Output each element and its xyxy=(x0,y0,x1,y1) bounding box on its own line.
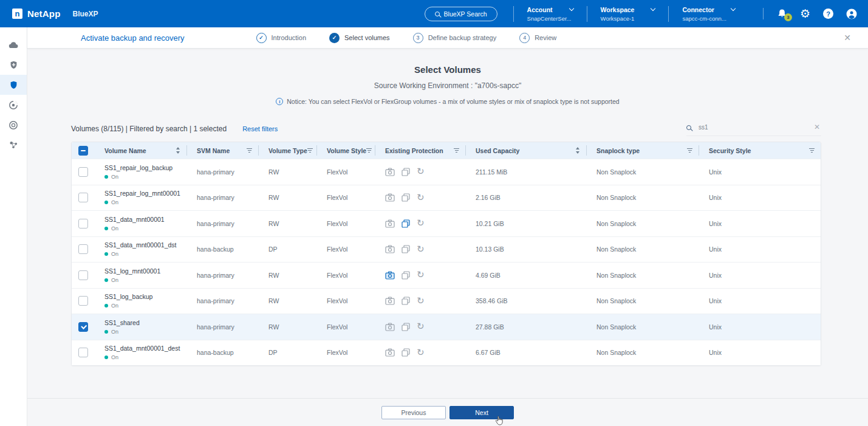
cell-volume-name: SS1_shared On xyxy=(95,319,187,335)
snapshot-camera-icon xyxy=(385,168,395,176)
snapshot-camera-icon xyxy=(385,193,395,202)
clear-search-icon[interactable]: ✕ xyxy=(813,123,821,131)
cell-volume-type: DP xyxy=(259,349,317,356)
cell-existing-protection: ↻ xyxy=(375,297,466,306)
notifications-bell-icon[interactable]: 3 xyxy=(777,9,787,19)
sort-icon[interactable] xyxy=(176,147,180,154)
column-header[interactable]: Volume Style xyxy=(317,145,375,156)
product-name: BlueXP xyxy=(73,10,98,18)
status-dot-icon xyxy=(104,356,108,359)
column-header[interactable]: Existing Protection xyxy=(375,145,466,156)
wizard-step[interactable]: ✓ Select volumes xyxy=(329,33,390,43)
table-row[interactable]: SS1_log_backup On hana-primary RW FlexVo… xyxy=(72,288,821,314)
row-checkbox[interactable] xyxy=(78,244,88,254)
column-header[interactable]: Volume Type xyxy=(259,145,317,156)
cell-security-style: Unix xyxy=(699,194,821,201)
column-header-label: Snaplock type xyxy=(596,147,640,154)
backup-copy-icon xyxy=(402,271,410,280)
cell-used-capacity: 6.67 GiB xyxy=(466,349,587,356)
cell-used-capacity: 10.13 GiB xyxy=(466,246,587,253)
close-icon[interactable]: ✕ xyxy=(839,30,856,45)
row-checkbox[interactable] xyxy=(78,322,88,332)
column-header[interactable]: SVM Name xyxy=(187,145,259,156)
sort-icon[interactable] xyxy=(576,147,580,154)
wizard-step[interactable]: ✓ Introduction xyxy=(256,33,306,43)
sidebar-item-health[interactable] xyxy=(0,55,27,75)
table-row[interactable]: SS1_repair_log_mnt00001 On hana-primary … xyxy=(72,185,821,211)
wizard-title: Activate backup and recovery xyxy=(81,33,185,43)
reset-filters-link[interactable]: Reset filters xyxy=(242,125,278,132)
table-row[interactable]: SS1_data_mnt00001_dst On hana-backup DP … xyxy=(72,236,821,263)
netapp-logo-icon[interactable]: n xyxy=(12,9,22,19)
filter-icon[interactable] xyxy=(454,148,459,153)
cell-volume-style: FlexVol xyxy=(317,297,375,304)
table-row[interactable]: SS1_data_mnt00001_dest On hana-backup DP… xyxy=(72,340,821,366)
cell-volume-type: RW xyxy=(259,168,317,176)
filter-icon[interactable] xyxy=(687,148,692,153)
topbar-menu[interactable]: Workspace Workspace-1 xyxy=(587,6,669,22)
cell-volume-style: FlexVol xyxy=(317,246,375,253)
cell-volume-style: FlexVol xyxy=(317,272,375,279)
row-checkbox[interactable] xyxy=(78,193,88,202)
row-checkbox[interactable] xyxy=(78,296,88,306)
row-checkbox[interactable] xyxy=(78,348,88,357)
row-checkbox[interactable] xyxy=(78,167,88,177)
question-mark-glyph: ? xyxy=(823,9,833,19)
table-row[interactable]: SS1_data_mnt00001 On hana-primary RW Fle… xyxy=(72,210,821,236)
cell-security-style: Unix xyxy=(699,297,821,304)
wizard-step[interactable]: 4 Review xyxy=(519,33,556,43)
app-shell: Activate backup and recovery ✓ Introduct… xyxy=(0,27,868,426)
cell-used-capacity: 4.69 GiB xyxy=(466,272,587,279)
bluexp-search-button[interactable]: BlueXP Search xyxy=(425,7,497,21)
column-header[interactable]: Snaplock type xyxy=(587,145,699,156)
row-checkbox[interactable] xyxy=(78,270,88,280)
status-label: On xyxy=(111,251,118,257)
menu-value: SnapCenterSer... xyxy=(527,15,573,22)
row-checkbox[interactable] xyxy=(78,219,88,228)
select-all-cell xyxy=(72,146,95,156)
cell-used-capacity: 10.21 GiB xyxy=(466,220,587,227)
table-row[interactable]: SS1_repair_log_backup On hana-primary RW… xyxy=(72,159,821,185)
filter-icon[interactable] xyxy=(247,148,252,153)
wizard-footer: Previous Next xyxy=(27,398,868,426)
gear-icon[interactable]: ⚙ xyxy=(800,8,810,19)
cell-used-capacity: 358.46 GiB xyxy=(466,297,587,304)
table-row[interactable]: SS1_shared On hana-primary RW FlexVol xyxy=(72,314,821,340)
user-icon[interactable] xyxy=(846,9,857,19)
sidebar-item-mobility[interactable] xyxy=(0,115,27,135)
backup-copy-icon xyxy=(402,323,410,331)
cell-security-style: Unix xyxy=(699,349,821,356)
mobility-icon xyxy=(9,120,18,130)
cell-existing-protection: ↻ xyxy=(375,193,466,202)
replication-refresh-icon: ↻ xyxy=(417,322,425,331)
status-label: On xyxy=(111,354,118,360)
sidebar-item-storage[interactable] xyxy=(0,35,27,55)
column-header[interactable]: Used Capacity xyxy=(466,145,587,156)
wizard-step[interactable]: 3 Define backup strategy xyxy=(413,33,497,43)
notice-text: Notice: You can select FlexVol or FlexGr… xyxy=(287,98,619,105)
column-header[interactable]: Volume Name xyxy=(95,145,187,156)
select-all-checkbox[interactable] xyxy=(78,146,88,156)
filter-icon[interactable] xyxy=(366,148,372,153)
help-icon[interactable]: ? xyxy=(823,9,833,19)
topbar-menu[interactable]: Connector sapcc-cm-conn... xyxy=(668,6,748,22)
cell-existing-protection: ↻ xyxy=(375,245,466,254)
next-button[interactable]: Next xyxy=(449,406,514,419)
status-label: On xyxy=(111,174,118,180)
sidebar-item-observability[interactable] xyxy=(0,95,27,115)
filter-icon[interactable] xyxy=(307,148,313,153)
cell-snaplock-type: Non Snaplock xyxy=(587,246,699,253)
row-checkbox-cell xyxy=(72,244,95,254)
topbar-menu[interactable]: Account SnapCenterSer... xyxy=(513,6,587,22)
status-dot-icon xyxy=(104,227,108,230)
sidebar-item-extend[interactable] xyxy=(0,135,27,155)
previous-button[interactable]: Previous xyxy=(381,406,446,419)
column-header[interactable]: Security Style xyxy=(699,145,821,156)
main-content: Select Volumes Source Working Environmen… xyxy=(27,49,868,398)
search-input[interactable] xyxy=(699,124,805,131)
volume-state: On xyxy=(104,225,181,232)
table-row[interactable]: SS1_log_mnt00001 On hana-primary RW Flex… xyxy=(72,262,821,288)
replication-refresh-icon: ↻ xyxy=(417,348,425,357)
filter-icon[interactable] xyxy=(809,148,815,153)
sidebar-item-protection[interactable] xyxy=(0,75,27,95)
